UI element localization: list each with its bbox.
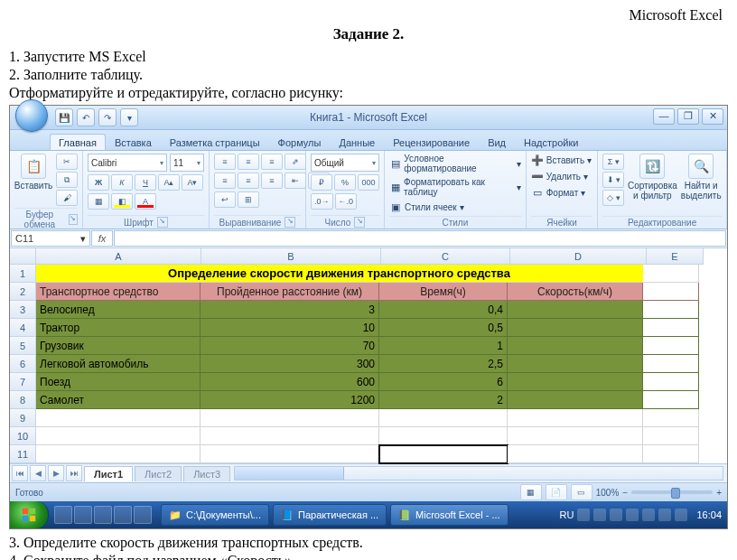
ql-2[interactable] [74,506,92,524]
cell-c7[interactable]: 6 [379,373,508,391]
currency-button[interactable]: ₽ [311,174,332,191]
font-size-dropdown[interactable]: 11▾ [170,154,204,172]
cell-a9[interactable] [36,409,201,427]
close-button[interactable]: ✕ [702,108,723,125]
insert-cells[interactable]: ➕Вставить ▾ [531,154,593,166]
cell-c9[interactable] [379,409,508,427]
cell-e4[interactable] [643,319,699,337]
cell-c6[interactable]: 2,5 [379,355,508,373]
number-launcher[interactable]: ↘ [354,217,365,228]
align-left[interactable]: ≡ [214,173,236,189]
tray-icon-2[interactable] [593,509,606,521]
view-normal[interactable]: ▦ [520,484,542,500]
cell-d11[interactable] [508,445,643,463]
cell-d4[interactable] [508,319,643,337]
cell-a6[interactable]: Легковой автомобиль [36,355,201,373]
cut-button[interactable]: ✂ [56,154,78,170]
paste-button[interactable]: 📋 Вставить [14,154,52,191]
horizontal-scrollbar[interactable] [234,466,723,481]
cell-b8[interactable]: 1200 [201,391,379,409]
align-right[interactable]: ≡ [261,173,283,189]
wrap-text[interactable]: ↩ [214,191,236,208]
cell-d6[interactable] [508,355,643,373]
tab-view[interactable]: Вид [479,134,515,150]
zoom-slider[interactable] [631,490,713,494]
minimize-button[interactable]: — [653,108,675,125]
task-excel[interactable]: 📗Microsoft Excel - ... [390,504,508,526]
ql-5[interactable] [134,506,152,524]
zoom-out[interactable]: − [622,488,628,498]
cell-a5[interactable]: Грузовик [36,337,201,355]
cell-b6[interactable]: 300 [201,355,379,373]
cell-c8[interactable]: 2 [379,391,508,409]
align-top[interactable]: ≡ [214,154,236,170]
font-name-dropdown[interactable]: Calibri▾ [88,154,167,172]
tab-nav-last[interactable]: ⏭ [66,465,82,481]
format-as-table[interactable]: ▦Форматировать как таблицу ▾ [389,177,521,197]
hdr-vehicle[interactable]: Транспортное средство [36,283,201,301]
cell-e6[interactable] [643,355,699,373]
grow-font-button[interactable]: A▴ [158,174,180,191]
cell-b5[interactable]: 70 [201,337,379,355]
find-select[interactable]: 🔍 Найти и выделить [680,154,722,201]
tab-formulas[interactable]: Формулы [269,134,331,150]
start-button[interactable] [10,501,49,528]
tab-nav-first[interactable]: ⏮ [12,465,28,481]
ql-3[interactable] [94,506,112,524]
borders-button[interactable]: ▦ [88,193,109,210]
lang-indicator[interactable]: RU [560,509,574,520]
tray-icon-1[interactable] [577,509,590,521]
sheet-tab-2[interactable]: Лист2 [135,466,182,481]
cell-e1[interactable] [643,265,699,283]
zoom-in[interactable]: + [716,488,722,498]
tab-addins[interactable]: Надстройки [515,134,587,150]
sheet-tab-1[interactable]: Лист1 [84,466,133,481]
cell-b3[interactable]: 3 [201,301,379,319]
hdr-time[interactable]: Время(ч) [379,283,508,301]
dec-decimal[interactable]: ←.0 [335,193,358,210]
ql-4[interactable] [114,506,132,524]
cell-d8[interactable] [508,391,643,409]
tab-home[interactable]: Главная [50,134,106,150]
align-bottom[interactable]: ≡ [261,154,283,170]
select-all-corner[interactable] [10,248,36,265]
tray-icon-5[interactable] [642,509,655,521]
cell-b11[interactable] [201,445,379,463]
cell-d10[interactable] [508,427,643,445]
col-header-c[interactable]: C [381,248,510,265]
clipboard-launcher[interactable]: ↘ [69,214,78,225]
cell-b4[interactable]: 10 [201,319,379,337]
orientation[interactable]: ⇗ [285,154,306,170]
row-header-4[interactable]: 4 [10,319,36,337]
tab-data[interactable]: Данные [330,134,384,150]
underline-button[interactable]: Ч [135,174,156,191]
font-launcher[interactable]: ↘ [157,217,168,228]
cell-a7[interactable]: Поезд [36,373,201,391]
delete-cells[interactable]: ➖Удалить ▾ [531,170,593,182]
cell-d3[interactable] [508,301,643,319]
tray-icon-6[interactable] [658,509,671,521]
cell-d5[interactable] [508,337,643,355]
cell-e10[interactable] [643,427,699,445]
italic-button[interactable]: К [111,174,133,191]
conditional-formatting[interactable]: ▤Условное форматирование ▾ [389,154,521,173]
format-cells[interactable]: ▭Формат ▾ [531,186,593,199]
tab-layout[interactable]: Разметка страницы [161,134,269,150]
cell-e3[interactable] [643,301,699,319]
shrink-font-button[interactable]: A▾ [182,174,203,191]
cell-d9[interactable] [508,409,643,427]
row-header-8[interactable]: 8 [10,391,36,409]
view-layout[interactable]: 📄 [546,484,567,500]
fx-label[interactable]: fx [91,230,113,247]
number-format-dropdown[interactable]: Общий▾ [311,154,379,172]
cell-c4[interactable]: 0,5 [379,319,508,337]
format-painter-button[interactable]: 🖌 [56,190,78,206]
cell-e9[interactable] [643,409,699,427]
row-header-5[interactable]: 5 [10,337,36,355]
cell-c11-selected[interactable] [379,445,508,463]
cell-a4[interactable]: Трактор [36,319,201,337]
col-header-d[interactable]: D [510,248,647,265]
cell-e7[interactable] [643,373,699,391]
cell-a3[interactable]: Велосипед [36,301,201,319]
inc-decimal[interactable]: .0→ [311,193,333,210]
